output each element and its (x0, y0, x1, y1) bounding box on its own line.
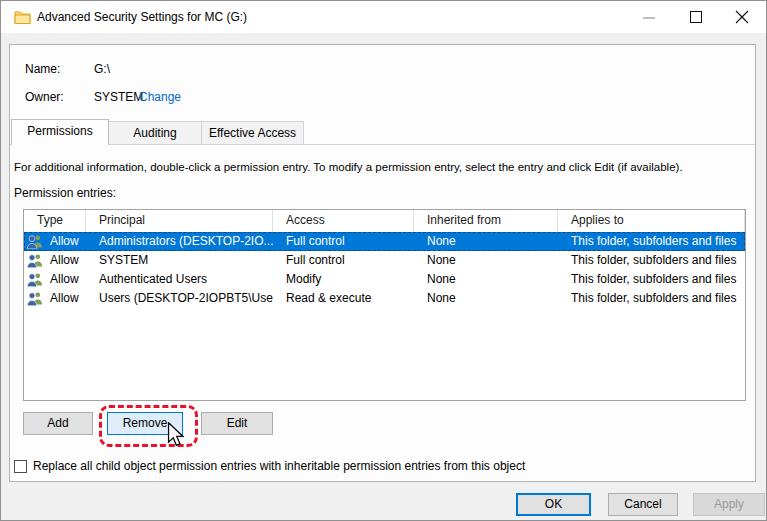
replace-child-permissions-checkbox[interactable] (14, 460, 27, 473)
cell-principal: Authenticated Users (86, 270, 273, 289)
column-header-type[interactable]: Type (24, 210, 86, 232)
column-header-principal[interactable]: Principal (86, 210, 273, 232)
permission-entries-label: Permission entries: (14, 186, 116, 200)
list-header: Type Principal Access Inherited from App… (24, 210, 745, 232)
cell-principal: SYSTEM (86, 251, 273, 270)
tab-auditing[interactable]: Auditing (108, 121, 202, 145)
add-button[interactable]: Add (23, 412, 93, 435)
tab-effective-access[interactable]: Effective Access (201, 121, 304, 145)
permission-entries-list[interactable]: Type Principal Access Inherited from App… (23, 209, 746, 401)
cell-applies-to: This folder, subfolders and files (558, 270, 745, 289)
dialog-body-panel: Name: G:\ Owner: SYSTEM Change Permissio… (9, 44, 756, 482)
cell-access: Read & execute (273, 289, 414, 308)
cancel-button[interactable]: Cancel (608, 493, 678, 516)
cell-inherited-from: None (414, 289, 558, 308)
column-header-inherited-from[interactable]: Inherited from (414, 210, 558, 232)
cell-inherited-from: None (414, 270, 558, 289)
owner-label: Owner: (25, 90, 64, 104)
titlebar: Advanced Security Settings for MC (G:) (1, 1, 766, 33)
remove-button[interactable]: Remove (107, 412, 183, 435)
change-owner-link[interactable]: Change (139, 90, 181, 104)
cell-principal: Administrators (DESKTOP-2IO... (86, 232, 273, 251)
table-row[interactable]: Allow Authenticated Users Modify None Th… (24, 270, 745, 289)
cell-principal: Users (DESKTOP-2IOPBT5\Use... (86, 289, 273, 308)
instruction-text: For additional information, double-click… (14, 161, 683, 173)
cell-applies-to: This folder, subfolders and files (558, 289, 745, 308)
owner-value: SYSTEM (94, 90, 143, 104)
ok-button[interactable]: OK (516, 493, 591, 516)
close-button[interactable] (725, 1, 759, 33)
cell-access: Full control (273, 232, 414, 251)
cell-applies-to: This folder, subfolders and files (558, 251, 745, 270)
window-title: Advanced Security Settings for MC (G:) (37, 10, 247, 24)
column-header-access[interactable]: Access (273, 210, 414, 232)
cell-applies-to: This folder, subfolders and files (558, 232, 745, 251)
cell-inherited-from: None (414, 232, 558, 251)
minimize-button (632, 1, 666, 33)
table-row[interactable]: Allow SYSTEM Full control None This fold… (24, 251, 745, 270)
folder-icon (14, 9, 31, 28)
table-row[interactable]: Allow Users (DESKTOP-2IOPBT5\Use... Read… (24, 289, 745, 308)
maximize-button[interactable] (679, 1, 713, 33)
cell-access: Modify (273, 270, 414, 289)
advanced-security-settings-dialog: Advanced Security Settings for MC (G:) N… (0, 0, 767, 521)
tab-permissions[interactable]: Permissions (11, 119, 109, 145)
checkbox-label: Replace all child object permission entr… (33, 459, 525, 473)
name-value: G:\ (94, 62, 110, 76)
name-label: Name: (25, 62, 60, 76)
users-icon (27, 291, 43, 312)
column-header-applies-to[interactable]: Applies to (558, 210, 745, 232)
apply-button: Apply (693, 493, 765, 516)
edit-button[interactable]: Edit (201, 412, 273, 435)
cell-inherited-from: None (414, 251, 558, 270)
table-row[interactable]: Allow Administrators (DESKTOP-2IO... Ful… (24, 232, 745, 251)
cell-access: Full control (273, 251, 414, 270)
